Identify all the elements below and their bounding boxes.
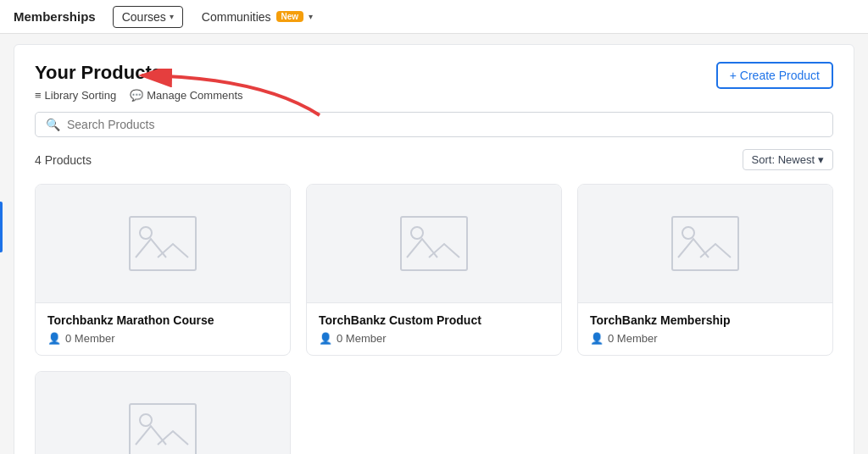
content-header: Your Products ≡ Library Sorting 💬 Manage… <box>35 62 833 102</box>
search-bar: 🔍 <box>35 112 833 137</box>
top-navigation: Memberships Courses ▾ Communities New ▾ <box>0 0 868 34</box>
courses-chevron-icon: ▾ <box>170 12 174 21</box>
product-info-1: Torchbankz Marathon Course 👤 0 Member <box>36 303 290 355</box>
sub-actions-bar: ≡ Library Sorting 💬 Manage Comments <box>35 89 243 102</box>
product-thumbnail-1 <box>36 185 290 303</box>
page-title: Your Products <box>35 62 243 84</box>
product-name-2: TorchBankz Custom Product <box>319 313 549 327</box>
search-input[interactable] <box>67 118 822 131</box>
product-card-1[interactable]: Torchbankz Marathon Course 👤 0 Member <box>35 184 291 356</box>
product-members-3: 👤 0 Member <box>590 332 821 345</box>
courses-tab-label: Courses <box>122 10 166 24</box>
product-info-3: TorchBankz Membership 👤 0 Member <box>578 303 832 355</box>
communities-new-badge: New <box>276 11 304 22</box>
tab-courses[interactable]: Courses ▾ <box>113 6 183 28</box>
product-member-count-3: 0 Member <box>608 332 658 345</box>
products-count: 4 Products <box>35 153 92 167</box>
thumbnail-placeholder-3 <box>671 216 739 271</box>
left-accent-bar <box>0 202 3 252</box>
sort-dropdown[interactable]: Sort: Newest ▾ <box>743 149 833 170</box>
manage-comments-icon: 💬 <box>130 89 143 102</box>
sort-chevron-icon: ▾ <box>818 153 824 166</box>
product-thumbnail-4 <box>36 372 290 454</box>
product-member-count-2: 0 Member <box>337 332 387 345</box>
product-name-1: Torchbankz Marathon Course <box>47 313 278 327</box>
product-members-2: 👤 0 Member <box>319 332 549 345</box>
product-card-4[interactable]: Torchbankz Sprint Course 👤 0 Member <box>35 371 291 454</box>
create-product-button[interactable]: + Create Product <box>716 62 833 89</box>
title-section: Your Products ≡ Library Sorting 💬 Manage… <box>35 62 243 102</box>
member-icon-1: 👤 <box>47 332 61 345</box>
thumbnail-placeholder-2 <box>400 216 468 271</box>
communities-chevron-icon: ▾ <box>309 12 313 21</box>
product-thumbnail-3 <box>578 185 832 303</box>
thumbnail-placeholder-4 <box>129 403 197 454</box>
library-sorting-icon: ≡ <box>35 89 42 102</box>
tab-communities[interactable]: Communities New ▾ <box>193 7 321 27</box>
library-sorting-action[interactable]: ≡ Library Sorting <box>35 89 116 102</box>
manage-comments-label: Manage Comments <box>147 89 242 102</box>
product-card-2[interactable]: TorchBankz Custom Product 👤 0 Member <box>306 184 562 356</box>
product-thumbnail-2 <box>307 185 561 303</box>
product-member-count-1: 0 Member <box>65 332 115 345</box>
member-icon-3: 👤 <box>590 332 604 345</box>
products-grid-row2: Torchbankz Sprint Course 👤 0 Member <box>35 371 833 454</box>
products-grid-row1: Torchbankz Marathon Course 👤 0 Member <box>35 184 833 356</box>
main-content-area: Your Products ≡ Library Sorting 💬 Manage… <box>14 44 854 454</box>
product-info-2: TorchBankz Custom Product 👤 0 Member <box>307 303 561 355</box>
sort-label: Sort: Newest <box>752 153 815 166</box>
manage-comments-action[interactable]: 💬 Manage Comments <box>130 89 242 102</box>
product-name-3: TorchBankz Membership <box>590 313 821 327</box>
library-sorting-label: Library Sorting <box>45 89 117 102</box>
product-members-1: 👤 0 Member <box>47 332 278 345</box>
communities-tab-label: Communities <box>202 10 271 24</box>
products-meta-row: 4 Products Sort: Newest ▾ <box>35 149 833 170</box>
member-icon-2: 👤 <box>319 332 332 345</box>
thumbnail-placeholder-1 <box>129 216 197 271</box>
brand-label: Memberships <box>14 9 96 24</box>
search-icon: 🔍 <box>46 118 60 131</box>
product-card-3[interactable]: TorchBankz Membership 👤 0 Member <box>577 184 833 356</box>
